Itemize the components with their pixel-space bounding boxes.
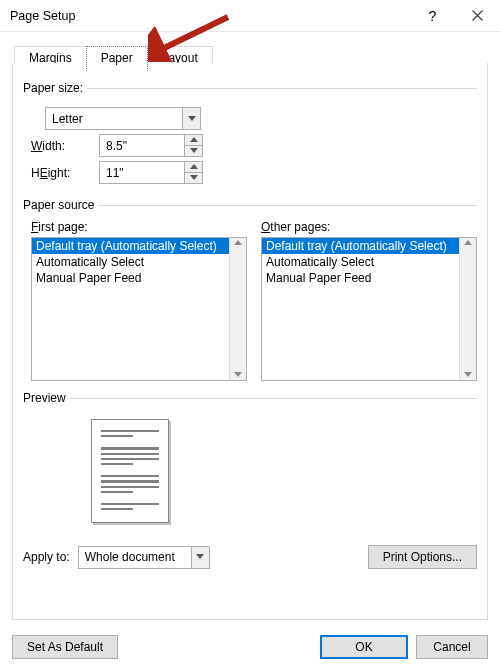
svg-marker-8 (190, 175, 198, 180)
print-options-button[interactable]: Print Options... (368, 545, 477, 569)
scroll-up-icon (464, 240, 472, 246)
other-pages-listbox[interactable]: Default tray (Automatically Select) Auto… (261, 237, 477, 381)
svg-marker-9 (234, 240, 242, 245)
svg-marker-5 (190, 137, 198, 142)
group-paper-size: Paper size: Letter Width: 8.5" HEigh (23, 81, 477, 188)
list-item[interactable]: Manual Paper Feed (262, 270, 459, 286)
paper-size-value: Letter (46, 112, 182, 126)
chevron-down-icon (191, 547, 209, 568)
width-value: 8.5" (100, 135, 184, 156)
height-up[interactable] (185, 162, 202, 173)
ok-button[interactable]: OK (320, 635, 408, 659)
width-label: Width: (31, 139, 85, 153)
scrollbar[interactable] (459, 238, 476, 380)
tab-panel-paper: Paper size: Letter Width: 8.5" HEigh (12, 63, 488, 620)
scrollbar[interactable] (229, 238, 246, 380)
svg-marker-4 (188, 116, 196, 121)
list-item[interactable]: Automatically Select (32, 254, 229, 270)
svg-marker-6 (190, 148, 198, 153)
close-icon (472, 10, 483, 21)
other-pages-label: Other pages: (261, 220, 477, 234)
list-item[interactable]: Manual Paper Feed (32, 270, 229, 286)
close-button[interactable] (455, 0, 500, 32)
height-down[interactable] (185, 173, 202, 183)
preview-legend: Preview (23, 391, 70, 405)
list-item[interactable]: Default tray (Automatically Select) (262, 238, 459, 254)
tab-paper[interactable]: Paper (86, 46, 148, 71)
first-page-label: First page: (31, 220, 247, 234)
svg-marker-13 (196, 554, 204, 559)
cancel-button[interactable]: Cancel (416, 635, 488, 659)
group-paper-source: Paper source First page: Default tray (A… (23, 198, 477, 381)
scroll-down-icon (464, 372, 472, 378)
help-button[interactable]: ? (410, 0, 455, 32)
svg-marker-10 (234, 372, 242, 377)
height-value: 11" (100, 162, 184, 183)
width-spinner[interactable]: 8.5" (99, 134, 203, 157)
paper-size-select[interactable]: Letter (45, 107, 201, 130)
set-as-default-button[interactable]: Set As Default (12, 635, 118, 659)
paper-source-legend: Paper source (23, 198, 98, 212)
preview-thumbnail (91, 419, 169, 523)
first-page-listbox[interactable]: Default tray (Automatically Select) Auto… (31, 237, 247, 381)
svg-marker-11 (464, 240, 472, 245)
apply-to-select[interactable]: Whole document (78, 546, 210, 569)
paper-size-legend: Paper size: (23, 81, 87, 95)
width-up[interactable] (185, 135, 202, 146)
chevron-down-icon (182, 108, 200, 129)
list-item[interactable]: Automatically Select (262, 254, 459, 270)
apply-to-value: Whole document (79, 550, 191, 564)
height-label: HEight: (31, 166, 85, 180)
width-down[interactable] (185, 146, 202, 156)
apply-to-label: Apply to: (23, 550, 70, 564)
scroll-down-icon (234, 372, 242, 378)
height-spinner[interactable]: 11" (99, 161, 203, 184)
svg-marker-7 (190, 164, 198, 169)
window-title: Page Setup (10, 9, 75, 23)
list-item[interactable]: Default tray (Automatically Select) (32, 238, 229, 254)
svg-marker-12 (464, 372, 472, 377)
group-preview: Preview (23, 391, 477, 523)
scroll-up-icon (234, 240, 242, 246)
title-bar: Page Setup ? (0, 0, 500, 32)
